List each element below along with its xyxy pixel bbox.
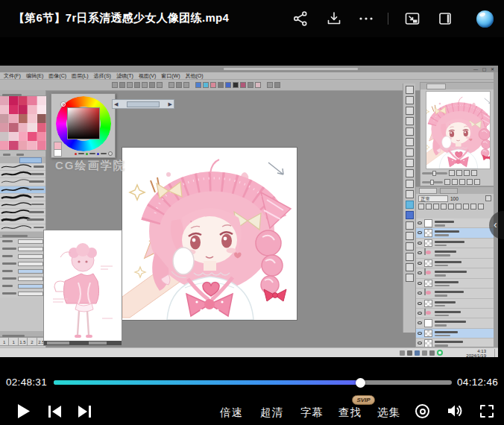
reference-canvas[interactable] xyxy=(43,230,122,346)
subtitle-button[interactable]: 字幕 xyxy=(300,406,324,420)
toolbar-icon[interactable] xyxy=(218,82,224,88)
progress-thumb[interactable] xyxy=(356,378,365,388)
toolbar-icon[interactable] xyxy=(274,82,280,88)
tool-icon-14[interactable] xyxy=(406,232,414,240)
previous-button[interactable] xyxy=(48,406,62,421)
volume-icon[interactable] xyxy=(447,403,463,418)
layer-visibility-icon[interactable] xyxy=(418,341,422,344)
reference-scrollbar[interactable] xyxy=(44,341,122,345)
more-icon[interactable] xyxy=(357,10,375,28)
toolbar-icon[interactable] xyxy=(203,82,209,88)
menu-item-6[interactable]: 视图(V) xyxy=(139,72,156,80)
secondary-color-swatch[interactable] xyxy=(54,149,62,157)
swatch-10[interactable] xyxy=(0,114,9,123)
episodes-button[interactable]: 选集 xyxy=(377,406,400,420)
tool-icon-12[interactable] xyxy=(406,211,414,219)
hue-selector-dot[interactable] xyxy=(61,102,66,107)
sai-tool-strip[interactable] xyxy=(403,84,415,333)
brush-item-1[interactable] xyxy=(0,171,45,178)
layer-row-3[interactable] xyxy=(416,248,494,258)
swatch-16[interactable] xyxy=(9,123,18,132)
brush-setting-row-1[interactable] xyxy=(0,245,45,253)
toolbar-icon[interactable] xyxy=(225,82,231,88)
layer-visibility-icon[interactable] xyxy=(418,292,422,295)
layer-visibility-icon[interactable] xyxy=(418,312,422,315)
navigator-thumbnail[interactable] xyxy=(426,91,491,169)
layer-row-5[interactable] xyxy=(416,268,494,278)
fullscreen-icon[interactable] xyxy=(480,405,494,418)
layer-visibility-icon[interactable] xyxy=(418,282,422,285)
layer-row-1[interactable] xyxy=(416,228,494,238)
layer-row-6[interactable] xyxy=(416,279,494,289)
toolbar-icon[interactable] xyxy=(157,82,163,88)
find-button[interactable]: 查找 xyxy=(338,406,362,420)
navigator-zoom-row[interactable] xyxy=(422,169,492,177)
tray-icon[interactable] xyxy=(422,350,427,356)
swatch-28[interactable] xyxy=(28,141,37,150)
brush-setting-row-6[interactable] xyxy=(0,283,45,290)
tray-icon[interactable] xyxy=(429,350,435,356)
canvas-tab[interactable] xyxy=(127,101,160,107)
layer-visibility-icon[interactable] xyxy=(418,251,422,254)
browser-ball-icon[interactable] xyxy=(476,10,494,28)
size-preset-2[interactable]: 1.5 xyxy=(19,337,28,346)
tool-icon-1[interactable] xyxy=(406,96,414,104)
layer-row-8[interactable] xyxy=(416,299,494,309)
layer-visibility-icon[interactable] xyxy=(418,242,422,245)
toolbar-icon[interactable] xyxy=(255,82,261,88)
toolbar-icon[interactable] xyxy=(195,82,201,88)
tool-icon-17[interactable] xyxy=(406,263,414,271)
tool-icon-7[interactable] xyxy=(406,159,414,167)
swatch-14[interactable] xyxy=(37,114,46,123)
tool-icon-5[interactable] xyxy=(406,138,414,146)
layer-buttons-row[interactable] xyxy=(416,203,494,210)
brush-size-presets[interactable]: 111.522.5 xyxy=(0,331,46,346)
swatch-25[interactable] xyxy=(0,141,9,150)
layer-row-9[interactable] xyxy=(416,309,494,318)
tool-icon-6[interactable] xyxy=(406,148,414,157)
swatch-6[interactable] xyxy=(9,105,18,114)
tool-icon-8[interactable] xyxy=(406,169,414,177)
brush-item-5[interactable] xyxy=(0,201,45,209)
record-circle-icon[interactable] xyxy=(415,404,429,418)
taskbar-clock[interactable]: 4:13 2024/1/19 xyxy=(466,349,486,358)
tray-icon[interactable] xyxy=(415,350,420,356)
toolbar-icon[interactable] xyxy=(149,82,155,88)
brush-setting-row-4[interactable] xyxy=(0,268,45,275)
menu-item-7[interactable]: 窗口(W) xyxy=(161,72,180,80)
swatch-20[interactable] xyxy=(0,132,9,141)
swatch-26[interactable] xyxy=(9,141,18,150)
brush-item-7[interactable] xyxy=(0,216,45,224)
tab-right-arrow-icon[interactable]: ▶ xyxy=(168,100,172,108)
menu-item-0[interactable]: 文件(F) xyxy=(4,72,21,80)
menu-item-1[interactable]: 编辑(E) xyxy=(26,72,43,80)
menu-item-3[interactable]: 图层(L) xyxy=(72,72,89,80)
swatch-24[interactable] xyxy=(37,132,46,141)
swatch-9[interactable] xyxy=(37,105,46,114)
swatch-12[interactable] xyxy=(19,114,28,123)
main-canvas[interactable] xyxy=(122,147,297,321)
toolbar-icon[interactable] xyxy=(142,82,148,88)
mini-window-icon[interactable] xyxy=(436,10,454,28)
tray-icon[interactable] xyxy=(400,350,405,356)
swatch-29[interactable] xyxy=(37,141,46,150)
layer-visibility-icon[interactable] xyxy=(418,231,422,234)
play-button[interactable] xyxy=(16,403,31,422)
size-preset-1[interactable]: 1 xyxy=(9,337,18,346)
layer-row-10[interactable] xyxy=(416,318,494,328)
swatch-23[interactable] xyxy=(28,132,37,141)
swatch-15[interactable] xyxy=(0,123,9,132)
progress-bar[interactable] xyxy=(54,380,452,385)
toolbar-icon[interactable] xyxy=(248,82,253,88)
blend-mode-row[interactable]: 正常 100 xyxy=(416,194,494,203)
toolbar-icon[interactable] xyxy=(168,82,174,88)
swatch-8[interactable] xyxy=(28,105,37,114)
brush-item-3[interactable] xyxy=(0,186,45,194)
tool-icon-11[interactable] xyxy=(406,201,414,209)
tool-icon-10[interactable] xyxy=(406,190,414,198)
layer-visibility-icon[interactable] xyxy=(418,321,422,324)
tool-icon-16[interactable] xyxy=(406,253,414,261)
brush-item-6[interactable] xyxy=(0,209,45,216)
brush-panel-tab[interactable] xyxy=(0,157,45,163)
tool-icon-9[interactable] xyxy=(406,180,414,188)
